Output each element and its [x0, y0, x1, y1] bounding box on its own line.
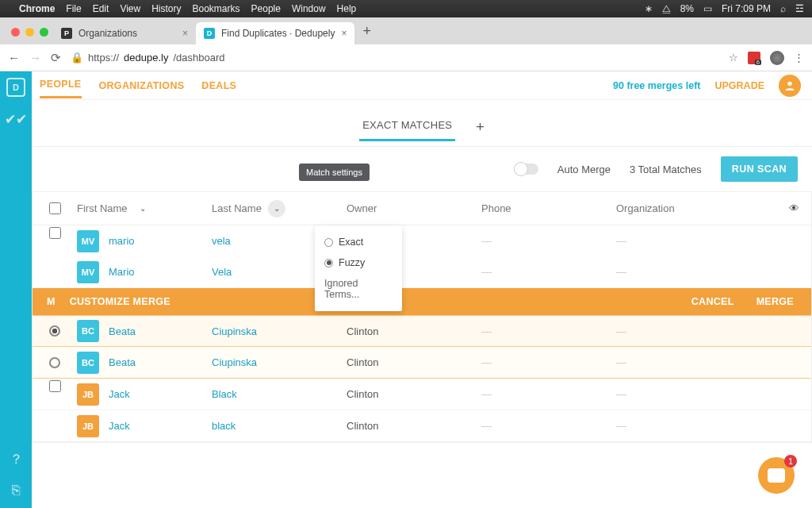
mac-menu-people[interactable]: People: [251, 3, 281, 14]
merges-left-label[interactable]: 90 free merges left: [613, 80, 700, 91]
window-zoom-icon[interactable]: [40, 28, 48, 37]
rail-checks-icon[interactable]: ✔✔: [5, 111, 27, 128]
avatar-initials: BC: [77, 352, 99, 374]
upgrade-link[interactable]: UPGRADE: [714, 80, 764, 91]
help-icon[interactable]: ？: [10, 450, 23, 468]
app-siderail: D ✔✔ ？ ⎘: [0, 71, 32, 508]
chevron-down-icon[interactable]: ⌄: [268, 200, 285, 217]
mac-menu-view[interactable]: View: [120, 3, 140, 14]
mac-menu-help[interactable]: Help: [337, 3, 357, 14]
mac-menu-bookmarks[interactable]: Bookmarks: [193, 3, 240, 14]
tab-close-icon[interactable]: ×: [341, 28, 347, 39]
col-phone-label: Phone: [481, 202, 511, 214]
mac-app-name[interactable]: Chrome: [19, 3, 55, 14]
forward-button[interactable]: →: [29, 51, 41, 64]
new-tab-button[interactable]: +: [354, 23, 379, 44]
chat-widget-button[interactable]: [758, 457, 795, 494]
bookmark-star-icon[interactable]: ☆: [729, 52, 738, 64]
avatar-initials: JB: [77, 383, 99, 406]
cell-last-name[interactable]: Ciupinska: [212, 325, 347, 337]
col-last-name[interactable]: Last Name ⌄: [212, 200, 347, 217]
reload-button[interactable]: ⟳: [51, 51, 61, 65]
browser-tab-organizations[interactable]: P Organizations ×: [53, 22, 196, 44]
dd-option-exact[interactable]: Exact: [324, 237, 393, 248]
tab-exact-matches[interactable]: EXACT MATCHES: [359, 119, 455, 141]
wifi-icon[interactable]: ⧋: [662, 3, 671, 14]
cell-phone: —: [481, 235, 616, 247]
app-logo-icon[interactable]: D: [6, 78, 25, 97]
browser-toolbar: ← → ⟳ 🔒 https://dedupe.ly/dashboard ☆ ⋮: [0, 44, 812, 71]
cell-owner: Clinton: [347, 325, 481, 337]
battery-percent: 8%: [680, 3, 694, 14]
table-row[interactable]: MV Mario Vela Clinton — —: [33, 256, 811, 288]
cell-owner: Clinton: [347, 420, 481, 432]
add-scan-button[interactable]: +: [476, 119, 485, 136]
mac-menu-window[interactable]: Window: [292, 3, 326, 14]
cell-owner: Clinton: [347, 356, 481, 368]
bluetooth-icon[interactable]: ∗: [645, 3, 653, 14]
cancel-button[interactable]: CANCEL: [691, 296, 734, 307]
cell-last-name[interactable]: black: [212, 420, 347, 432]
browser-tab-dedupely[interactable]: D Find Duplicates · Dedupely ×: [196, 22, 354, 44]
logout-icon[interactable]: ⎘: [12, 483, 20, 498]
profile-avatar[interactable]: [770, 51, 784, 65]
select-all-checkbox[interactable]: [49, 202, 61, 214]
visibility-icon[interactable]: 👁: [776, 202, 811, 214]
run-scan-button[interactable]: RUN SCAN: [721, 156, 798, 182]
address-bar[interactable]: 🔒 https://dedupe.ly/dashboard: [71, 52, 719, 64]
radio-selected-icon: [324, 259, 333, 267]
lock-icon: 🔒: [71, 52, 83, 64]
cell-last-name[interactable]: Black: [212, 388, 347, 400]
window-minimize-icon[interactable]: [25, 28, 34, 37]
matches-table: Match settings First Name ⌄ Last Name ⌄ …: [32, 191, 812, 443]
cell-phone: —: [481, 325, 616, 337]
spotlight-icon[interactable]: ⌕: [780, 3, 786, 14]
customize-merge-bar: M CUSTOMIZE MERGE CANCEL MERGE: [33, 288, 811, 315]
row-radio-selected[interactable]: [49, 325, 60, 337]
table-row[interactable]: JB Jack Black Clinton — —: [33, 379, 811, 410]
clock[interactable]: Fri 7:09 PM: [722, 3, 771, 14]
col-owner-label: Owner: [347, 202, 377, 214]
table-row[interactable]: MV mario vela Clinton — —: [33, 225, 811, 257]
svg-point-0: [787, 81, 791, 85]
mac-menu-edit[interactable]: Edit: [93, 3, 109, 14]
mac-menu-history[interactable]: History: [151, 3, 181, 14]
tab-close-icon[interactable]: ×: [182, 28, 188, 39]
battery-icon: ▭: [703, 3, 712, 14]
cell-owner: Clinton: [347, 388, 481, 400]
row-checkbox[interactable]: [49, 380, 61, 392]
col-last-name-label: Last Name: [212, 202, 262, 214]
auto-merge-label: Auto Merge: [557, 164, 611, 175]
cell-last-name[interactable]: Ciupinska: [212, 356, 347, 368]
tab-title: Find Duplicates · Dedupely: [221, 28, 335, 39]
chrome-menu-icon[interactable]: ⋮: [794, 52, 804, 64]
col-org-label: Organization: [616, 202, 675, 214]
dd-ignored-terms[interactable]: Ignored Terms...: [324, 278, 393, 300]
extension-icon[interactable]: [748, 52, 760, 64]
cell-org: —: [616, 356, 811, 368]
table-row[interactable]: BC Beata Ciupinska Clinton — —: [33, 347, 811, 379]
dd-exact-label: Exact: [339, 237, 363, 248]
mac-menu-file[interactable]: File: [66, 3, 81, 14]
dd-option-fuzzy[interactable]: Fuzzy: [324, 257, 393, 268]
chat-icon: [768, 468, 785, 483]
auto-merge-toggle[interactable]: [515, 164, 538, 175]
col-first-name-label: First Name: [77, 202, 128, 214]
nav-deals[interactable]: DEALS: [201, 74, 236, 98]
user-avatar-icon[interactable]: [779, 75, 801, 97]
nav-organizations[interactable]: ORGANIZATIONS: [99, 74, 185, 98]
tab-title: Organizations: [79, 28, 137, 39]
table-row[interactable]: BC Beata Ciupinska Clinton — —: [33, 315, 811, 347]
chevron-down-icon[interactable]: ⌄: [134, 200, 151, 217]
dd-fuzzy-label: Fuzzy: [339, 257, 365, 268]
table-row[interactable]: JB Jack black Clinton — —: [33, 410, 811, 442]
col-first-name[interactable]: First Name ⌄: [77, 200, 212, 217]
menu-extras-icon[interactable]: ☲: [795, 3, 804, 14]
nav-people[interactable]: PEOPLE: [40, 72, 82, 98]
window-close-icon[interactable]: [11, 28, 20, 37]
merge-button[interactable]: MERGE: [756, 296, 794, 307]
row-checkbox[interactable]: [49, 227, 61, 239]
back-button[interactable]: ←: [8, 51, 20, 64]
url-scheme: https://: [88, 52, 119, 64]
match-settings-dropdown: Exact Fuzzy Ignored Terms...: [315, 225, 402, 311]
